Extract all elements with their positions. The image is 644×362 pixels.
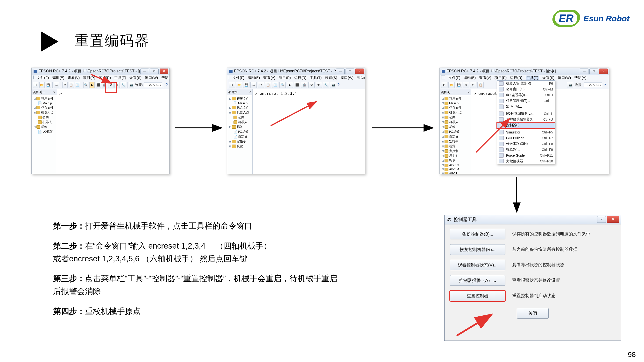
- connection-select[interactable]: LS6-602S: [584, 82, 602, 87]
- menu-item[interactable]: 运行(R): [510, 75, 522, 80]
- tool-button[interactable]: 🖨: [250, 82, 257, 88]
- dropdown-item[interactable]: GUI BuilderCtrl+F7: [497, 135, 555, 141]
- tool-button[interactable]: ⚙: [108, 82, 114, 88]
- dialog-button[interactable]: 观看控制器状态(V)...: [450, 260, 506, 270]
- tool-button[interactable]: ⚙: [308, 82, 315, 88]
- tool-button[interactable]: 📷: [129, 82, 134, 88]
- minimize-button[interactable]: —: [580, 68, 588, 74]
- connection-select[interactable]: LS6-602S: [144, 82, 162, 87]
- menu-item[interactable]: 窗口(W): [145, 75, 158, 80]
- help-icon[interactable]: ?: [166, 83, 168, 87]
- dropdown-item[interactable]: 力觉监视器Ctrl+F10: [497, 158, 555, 164]
- tree-item[interactable]: ⊟机器人点: [442, 110, 470, 115]
- menu-item[interactable]: 帮助(H): [574, 75, 586, 80]
- help-icon[interactable]: ?: [337, 83, 340, 87]
- tool-button[interactable]: ▶: [286, 82, 293, 88]
- minimize-button[interactable]: —: [140, 68, 149, 74]
- tool-button[interactable]: 🖨: [54, 82, 59, 88]
- tool-button[interactable]: ⬛: [294, 82, 300, 88]
- menu-item[interactable]: 项目(P): [494, 75, 506, 80]
- project-tree[interactable]: 项目浏…ㄨ ⊟程序文件⊟Main.p⊟包含文件⊟机器人点⊟公共⊟机器人⊟标签⊟I…: [440, 89, 471, 174]
- dropdown-item[interactable]: 宏(M)(A)...: [497, 104, 555, 110]
- tool-button[interactable]: 📷: [330, 82, 336, 88]
- tool-button[interactable]: 🤖: [301, 82, 308, 88]
- tool-button[interactable]: 🗋: [441, 82, 448, 88]
- maximize-button[interactable]: □: [150, 68, 159, 74]
- tree-item[interactable]: ⊟压力向: [442, 153, 470, 158]
- tree-item[interactable]: ⊟宏指令: [442, 139, 470, 144]
- menu-item-tools[interactable]: 工具(T): [526, 75, 539, 80]
- menu-item[interactable]: 编辑(E): [464, 75, 476, 80]
- project-tree[interactable]: 项目浏…ㄨ ⊟程序文件 📄Main.p ⊟包含文件 ⊟机器人点 公共 机器人 ⊟…: [227, 89, 252, 174]
- dropdown-item[interactable]: 视觉(V)...Ctrl+F9: [497, 147, 555, 153]
- menu-item[interactable]: 设置(S): [130, 75, 142, 80]
- menu-item[interactable]: 工具(T): [310, 75, 322, 80]
- menu-item[interactable]: 窗口(W): [340, 75, 354, 80]
- tool-button[interactable]: 🔍: [280, 82, 286, 88]
- menu-item[interactable]: 文件(F): [448, 75, 460, 80]
- tool-button[interactable]: 📋: [265, 82, 271, 88]
- menu-item[interactable]: 编辑(E): [52, 75, 64, 80]
- menu-item[interactable]: 运行(R): [294, 75, 306, 80]
- menu-item[interactable]: 文件(F): [232, 75, 244, 80]
- tree-item[interactable]: ⊟包含文件: [442, 105, 470, 110]
- tool-button[interactable]: 📄: [75, 82, 80, 88]
- tool-button[interactable]: 🔧: [323, 82, 329, 88]
- tool-button[interactable]: 📂: [448, 82, 455, 88]
- close-button[interactable]: ✕: [599, 68, 608, 74]
- menu-item[interactable]: 设置(S): [542, 75, 554, 80]
- dialog-button[interactable]: 恢复控制机器(R)...: [450, 244, 506, 255]
- menu-item[interactable]: 帮助(H): [161, 75, 169, 80]
- tool-button[interactable]: ⬛: [96, 82, 101, 88]
- tree-item[interactable]: ⊟力控制: [442, 149, 470, 153]
- close-button[interactable]: ✕: [355, 68, 364, 74]
- tool-button[interactable]: 🗋: [33, 82, 38, 88]
- reset-controller-button[interactable]: 重置控制器: [450, 291, 506, 301]
- dialog-button[interactable]: 备份控制器(B)...: [450, 229, 506, 239]
- help-button[interactable]: ?: [597, 216, 606, 223]
- tool-button[interactable]: 👁: [114, 82, 120, 88]
- tree-item[interactable]: ⊟机器人: [442, 120, 470, 124]
- dropdown-item[interactable]: 任务管理器(T)...Ctrl+T: [497, 98, 555, 104]
- project-tree[interactable]: 项目浏…ㄨ ⊟程序文件 📄Main.p ⊟包含文件 ⊟机器人点 公共 机器人 ⊟…: [32, 89, 57, 174]
- tree-item[interactable]: ⊟I/O标签: [442, 129, 470, 134]
- menu-item[interactable]: 编辑(E): [248, 75, 260, 80]
- tree-item[interactable]: ⊟程序文件: [442, 96, 470, 101]
- dropdown-item[interactable]: SimulatorCtrl+F5: [497, 129, 555, 135]
- dropdown-item[interactable]: I/O标签编辑器(L)...Ctrl+L: [497, 111, 555, 117]
- tree-close-icon[interactable]: ㄨ: [53, 90, 56, 94]
- dropdown-item[interactable]: I/O 监视器(I)...Ctrl+I: [497, 92, 555, 98]
- tool-button[interactable]: 📋: [68, 82, 74, 88]
- menu-item[interactable]: 文件(F): [37, 75, 49, 80]
- dialog-close-button[interactable]: 关闭: [517, 308, 548, 319]
- tree-item[interactable]: ⊟ABC1: [442, 171, 470, 174]
- tool-button[interactable]: 📂: [39, 82, 45, 88]
- help-icon[interactable]: ?: [604, 83, 606, 87]
- command-area[interactable]: > encreset 1,2,3,4|: [252, 89, 365, 174]
- minimize-button[interactable]: —: [336, 68, 344, 74]
- tool-button[interactable]: 💾: [46, 82, 51, 88]
- maximize-button[interactable]: □: [590, 68, 598, 74]
- tool-button[interactable]: 💾: [243, 82, 250, 88]
- tool-button[interactable]: ✂: [470, 82, 476, 88]
- tree-item[interactable]: ⊟ABC_3: [442, 163, 470, 167]
- menu-item[interactable]: 运行(R): [98, 75, 111, 80]
- command-input[interactable]: encreset 1,2,3,4: [260, 91, 297, 96]
- menu-item[interactable]: 项目(P): [279, 75, 291, 80]
- tools-dropdown[interactable]: 机器人管理器(R)F6命令窗口(O)...Ctrl+MI/O 监视器(I)...…: [497, 80, 555, 164]
- camera-icon[interactable]: 📷: [567, 82, 573, 88]
- menu-item[interactable]: 设置(S): [325, 75, 337, 80]
- close-button[interactable]: ✕: [160, 68, 168, 74]
- tree-item[interactable]: ⊟自定义: [442, 134, 470, 139]
- menu-item[interactable]: 查看(V): [263, 75, 275, 80]
- tree-item[interactable]: ⊟数据: [442, 158, 470, 163]
- dropdown-item[interactable]: 用户错误编辑器(U)Ctrl+U: [497, 117, 555, 122]
- tree-close-icon[interactable]: ㄨ: [467, 90, 470, 94]
- tool-button[interactable]: ✂: [62, 82, 68, 88]
- tree-item[interactable]: ⊟Main.p: [442, 101, 470, 105]
- tree-item[interactable]: ⊟标签: [442, 124, 470, 129]
- tool-button[interactable]: 👁: [316, 82, 322, 88]
- tool-button[interactable]: 🔧: [121, 82, 126, 88]
- dropdown-item[interactable]: 命令窗口(O)...Ctrl+M: [497, 86, 555, 92]
- dropdown-item[interactable]: 控制器(I)...: [497, 122, 555, 128]
